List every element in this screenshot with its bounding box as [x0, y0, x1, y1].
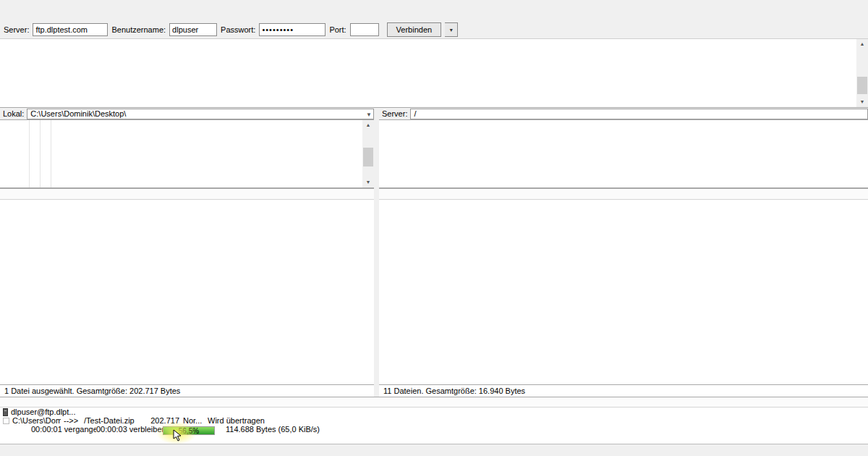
- queue-progress-row: 00:00:01 vergangen 00:00:03 verbleibend …: [0, 425, 868, 437]
- local-tree-scroll-thumb[interactable]: [363, 148, 373, 166]
- queue-status: Wird übertragen: [208, 416, 294, 425]
- message-log: ▲ ▼: [0, 39, 868, 108]
- password-input[interactable]: [259, 23, 326, 36]
- remote-list-header[interactable]: [379, 189, 868, 200]
- local-tree-panel: ▲ ▼: [0, 119, 374, 188]
- local-path-value: C:\Users\Dominik\Desktop\: [30, 109, 126, 119]
- local-path-label: Lokal:: [0, 109, 27, 118]
- remote-path-input[interactable]: /: [410, 109, 868, 119]
- log-scrollbar[interactable]: ▲ ▼: [856, 39, 868, 107]
- remote-status-bar: 11 Dateien. Gesamtgröße: 16.940 Bytes: [379, 384, 868, 397]
- mouse-cursor: [173, 429, 183, 442]
- server-input[interactable]: [33, 23, 108, 36]
- queue-size: 202.717: [150, 416, 179, 425]
- menu-bar: [0, 0, 868, 6]
- remote-path-value: /: [414, 109, 416, 119]
- local-tree-scrollbar[interactable]: ▲ ▼: [362, 120, 374, 187]
- local-path-input[interactable]: C:\Users\Dominik\Desktop\ ▼: [27, 109, 374, 119]
- path-row: Lokal: C:\Users\Dominik\Desktop\ ▼ Serve…: [0, 108, 868, 119]
- local-status-bar: 1 Datei ausgewählt. Gesamtgröße: 202.717…: [0, 384, 374, 397]
- filezilla-window: Server: Benutzername: Passwort: Port: Ve…: [0, 0, 868, 456]
- quickconnect-bar: Server: Benutzername: Passwort: Port: Ve…: [0, 21, 868, 39]
- remote-path-label: Server:: [379, 109, 410, 118]
- toolbar: [0, 6, 868, 21]
- scroll-down-icon[interactable]: ▼: [362, 177, 374, 187]
- queue-priority: Nor...: [183, 416, 205, 425]
- queue-transfer-row[interactable]: C:\Users\Domin... -->> /Test-Datei.zip 2…: [0, 416, 868, 425]
- scroll-down-icon[interactable]: ▼: [856, 97, 868, 107]
- progress-bar: 56,5%: [163, 426, 215, 435]
- connect-button[interactable]: Verbinden: [387, 22, 442, 37]
- queue-connection-label: dlpuser@ftp.dlpt...: [11, 408, 75, 416]
- log-scroll-thumb[interactable]: [857, 77, 867, 94]
- chevron-down-icon[interactable]: ▼: [366, 110, 372, 119]
- server-label: Server:: [4, 25, 29, 34]
- progress-label: 56,5%: [163, 427, 214, 435]
- queue-header[interactable]: [0, 397, 868, 408]
- file-checkbox-icon: [3, 418, 9, 424]
- queue-tabs: [0, 444, 868, 456]
- queue-local-file: C:\Users\Domin...: [12, 416, 61, 425]
- local-file-list: [0, 188, 374, 384]
- remote-file-list: [379, 188, 868, 384]
- scroll-up-icon[interactable]: ▲: [856, 39, 868, 49]
- transfer-rate: 114.688 Bytes (65,0 KiB/s): [226, 425, 356, 434]
- local-list-header[interactable]: [0, 189, 374, 200]
- scroll-up-icon[interactable]: ▲: [362, 120, 374, 130]
- queue-connection-row[interactable]: dlpuser@ftp.dlpt...: [0, 408, 868, 416]
- port-label: Port:: [329, 25, 346, 34]
- transfer-queue: dlpuser@ftp.dlpt... C:\Users\Domin... --…: [0, 397, 868, 444]
- port-input[interactable]: [350, 23, 379, 36]
- transfer-direction: -->>: [64, 416, 82, 425]
- connect-dropdown-button[interactable]: ▾: [445, 22, 458, 37]
- server-icon: [3, 408, 8, 416]
- remote-tree-panel: [379, 119, 868, 188]
- time-elapsed: 00:00:01 vergangen: [31, 425, 96, 434]
- password-label: Passwort:: [221, 25, 255, 34]
- username-label: Benutzername:: [111, 25, 166, 34]
- username-input[interactable]: [169, 23, 217, 36]
- time-remaining: 00:00:03 verbleibend: [96, 425, 165, 434]
